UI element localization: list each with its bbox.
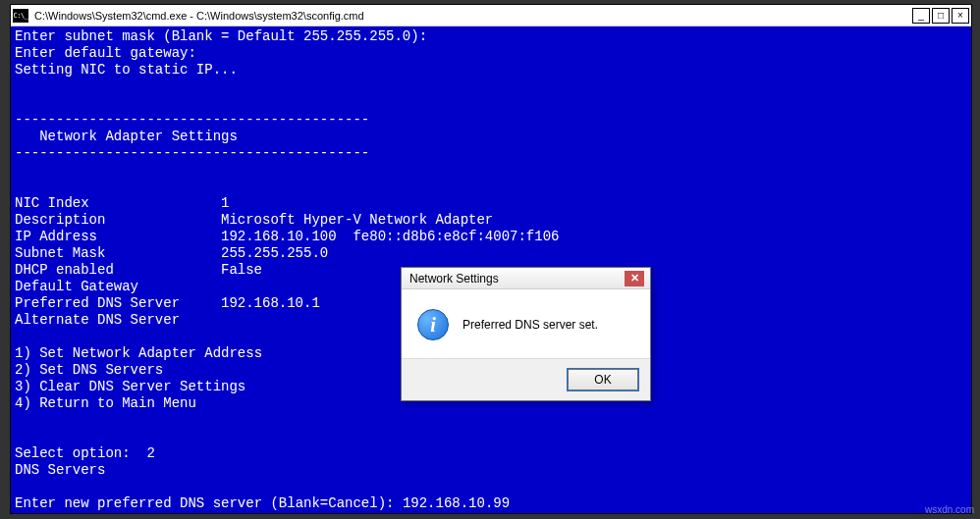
dialog-message: Preferred DNS server set. [463,318,598,332]
dns-heading: DNS Servers [15,462,105,478]
info-icon: i [417,309,449,340]
prompt-subnet: Enter subnet mask (Blank = Default 255.2… [15,28,427,44]
close-icon: ✕ [630,272,639,285]
close-icon: × [957,10,963,21]
dialog-body: i Preferred DNS server set. [402,289,650,358]
value-pref-dns: 192.168.10.1 [221,295,320,311]
cmd-icon-glyph: C:\_ [14,12,28,20]
window-buttons: _ □ × [912,8,969,24]
dialog-close-button[interactable]: ✕ [625,271,644,286]
status-setting: Setting NIC to static IP... [15,62,238,78]
menu-item-1: 1) Set Network Adapter Address [15,345,262,361]
ok-button-label: OK [594,373,611,387]
label-nic-index: NIC Index [15,195,221,212]
label-gateway: Default Gateway [15,279,221,295]
field-nic-index: NIC Index1 [15,195,967,212]
console-window: C:\_ C:\Windows\System32\cmd.exe - C:\Wi… [10,4,972,514]
cmd-icon: C:\_ [13,9,28,23]
ok-button[interactable]: OK [568,369,638,390]
titlebar: C:\_ C:\Windows\System32\cmd.exe - C:\Wi… [11,5,971,26]
minimize-icon: _ [918,10,924,21]
watermark: wsxdn.com [925,504,974,515]
field-ip: IP Address192.168.10.100 fe80::d8b6:e8cf… [15,229,967,245]
field-subnet: Subnet Mask255.255.255.0 [15,245,967,262]
prompt-gateway: Enter default gateway: [15,45,196,61]
value-description: Microsoft Hyper-V Network Adapter [221,212,493,228]
dialog-network-settings: Network Settings ✕ i Preferred DNS serve… [401,267,651,401]
select-value: 2 [146,445,154,461]
value-dhcp: False [221,262,262,278]
label-pref-dns: Preferred DNS Server [15,295,221,312]
rule-top: ----------------------------------------… [15,112,369,128]
dialog-title: Network Settings [409,272,625,285]
prompt-newdns-value: 192.168.10.99 [403,495,510,511]
window-title: C:\Windows\System32\cmd.exe - C:\Windows… [34,10,912,22]
section-title: Network Adapter Settings [15,129,238,144]
label-subnet: Subnet Mask [15,245,221,262]
select-label: Select option: [15,445,146,461]
value-nic-index: 1 [221,195,229,211]
maximize-icon: □ [938,10,944,21]
value-subnet: 255.255.255.0 [221,245,328,261]
minimize-button[interactable]: _ [912,8,930,24]
menu-item-2: 2) Set DNS Servers [15,362,163,378]
close-button[interactable]: × [952,8,969,24]
menu-item-4: 4) Return to Main Menu [15,395,196,411]
label-alt-dns: Alternate DNS Server [15,312,221,329]
info-icon-glyph: i [430,314,436,337]
menu-item-3: 3) Clear DNS Server Settings [15,379,245,394]
label-ip: IP Address [15,229,221,245]
label-description: Description [15,212,221,229]
label-dhcp: DHCP enabled [15,262,221,279]
maximize-button[interactable]: □ [932,8,950,24]
dialog-titlebar: Network Settings ✕ [402,268,650,289]
field-description: DescriptionMicrosoft Hyper-V Network Ada… [15,212,967,229]
rule-bottom: ----------------------------------------… [15,145,369,161]
value-ip: 192.168.10.100 fe80::d8b6:e8cf:4007:f106 [221,229,559,244]
dialog-footer: OK [402,358,650,400]
prompt-newdns-label: Enter new preferred DNS server (Blank=Ca… [15,495,403,511]
